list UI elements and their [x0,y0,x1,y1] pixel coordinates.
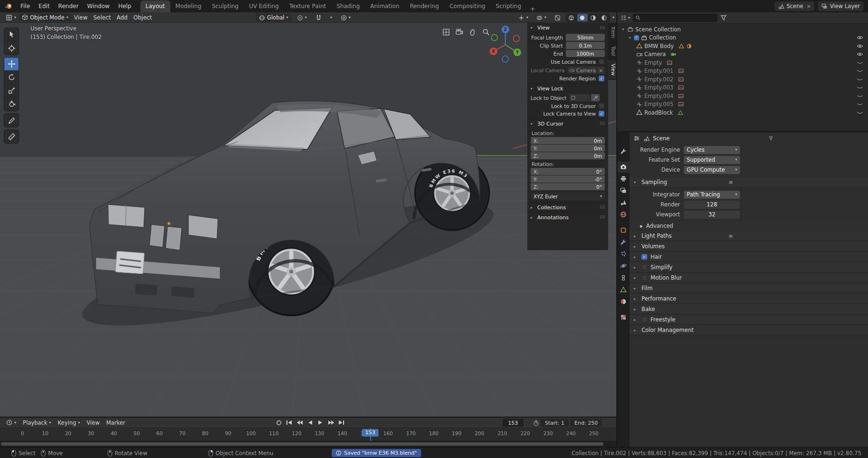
menu-select[interactable]: Select [90,12,114,23]
outliner-row-empty-003[interactable]: Empty.003 [617,84,868,92]
cursor-tool[interactable] [4,41,19,55]
axis-y-ball[interactable]: Y [513,49,521,56]
use-local-camera-checkbox[interactable] [599,59,604,65]
sampling-section-header[interactable]: ▾ Sampling ≡ [630,177,868,187]
tab-texture-properties[interactable] [617,312,630,323]
performance-section-header[interactable]: ▸ Performance [630,294,868,304]
menu-window[interactable]: Window [83,0,114,12]
xray-toggle[interactable] [552,12,563,23]
eye-closed-icon[interactable] [857,93,863,99]
tab-tool-properties[interactable] [617,146,630,157]
axis-navigation-gizmo[interactable]: Z X Y [487,24,523,66]
tab-item[interactable]: Item [608,23,616,42]
jump-to-end-button[interactable] [337,419,346,427]
tab-render-properties[interactable] [617,161,630,173]
simplify-section-header[interactable]: ▸ Simplify [630,263,868,273]
camera-view-button[interactable] [454,27,464,37]
jump-to-start-button[interactable] [285,419,294,427]
lock-camera-checkbox[interactable]: ✓ [599,111,604,117]
motion-blur-section-header[interactable]: ▸ Motion Blur [630,273,868,283]
timeline-ruler[interactable]: 0 10 20 30 40 50 60 70 80 90 100 110 120… [0,428,616,441]
menu-file[interactable]: File [16,0,34,12]
outliner-row-empty[interactable]: Empty [617,58,868,67]
render-region-checkbox[interactable]: ✓ [599,76,604,81]
tab-scene-properties[interactable] [617,197,630,208]
eye-open-icon[interactable] [857,43,863,49]
outliner-row-camera[interactable]: Camera [617,50,868,59]
render-engine-dropdown[interactable]: Cycles ▾ [684,146,740,154]
volumes-section-header[interactable]: ▸ Volumes [630,242,868,252]
tab-world-properties[interactable] [617,209,630,220]
rotation-mode-dropdown[interactable]: XYZ Euler ▾ [531,192,605,200]
rotate-tool[interactable] [4,71,19,84]
scene-collection-row[interactable]: ▾ Scene Collection [617,25,868,34]
tab-scripting[interactable]: Scripting [491,0,526,12]
eye-closed-icon[interactable] [857,60,863,66]
add-workspace-button[interactable]: + [526,5,539,12]
tab-modeling[interactable]: Modeling [170,0,207,12]
auto-keying-button[interactable] [274,419,283,427]
show-gizmos-dropdown[interactable]: ▾ [515,12,531,23]
playhead-frame-badge[interactable]: 153 [362,429,379,437]
proportional-edit-toggle[interactable]: ▾ [338,12,354,23]
search-input[interactable] [642,15,715,21]
hair-checkbox[interactable]: ✓ [641,254,647,260]
menu-render[interactable]: Render [54,0,83,12]
prev-keyframe-button[interactable] [295,419,304,427]
view-lock-section-header[interactable]: ▾ View Lock [527,83,608,93]
tab-animation[interactable]: Animation [365,0,404,12]
camera-data-badge-icon[interactable] [671,51,676,57]
motion-blur-checkbox[interactable] [641,275,647,281]
filter-funnel-icon[interactable] [720,15,727,21]
view-layer-selector[interactable]: View Layer [818,1,863,11]
shading-wireframe-button[interactable] [566,14,577,21]
play-reverse-button[interactable] [306,419,315,427]
eye-closed-icon[interactable] [857,77,863,82]
panel-grip-icon[interactable]: ⠿⠿ [600,26,605,30]
3d-cursor-section-header[interactable]: ▾ 3D Cursor ⠿⠿ [527,118,608,128]
cursor-rotation-z-field[interactable]: Z: 0° [531,183,605,190]
cursor-rotation-x-field[interactable]: X: 0° [531,168,605,175]
focal-length-field[interactable]: 50mm [566,34,605,41]
outliner-row-roadblock[interactable]: RoadBlock [617,108,868,117]
tab-rendering[interactable]: Rendering [404,0,444,12]
pan-view-button[interactable] [467,27,478,37]
eye-open-icon[interactable] [857,51,863,57]
menu-edit[interactable]: Edit [34,0,54,12]
axis-minus-x-ball[interactable] [513,36,520,42]
local-camera-field[interactable]: Camera × [568,67,605,74]
move-tool[interactable] [4,58,19,71]
pin-icon[interactable] [768,136,774,141]
color-management-section-header[interactable]: ▸ Color Management [630,325,868,335]
annotations-section-header[interactable]: ▸ Annotations ⠿⠿ [527,212,608,222]
shading-rendered-button[interactable] [599,14,610,21]
integrator-dropdown[interactable]: Path Tracing ▾ [684,191,740,199]
shading-material-button[interactable] [588,14,599,21]
menu-view[interactable]: View [71,12,90,23]
current-frame-field[interactable]: 153 [503,419,523,427]
eye-closed-icon[interactable] [857,85,863,90]
tab-compositing[interactable]: Compositing [444,0,490,12]
next-keyframe-button[interactable] [326,419,335,427]
outliner-row-bmw-body[interactable]: BMW Body [617,42,868,50]
outliner-row-empty-004[interactable]: Empty.004 [617,92,868,100]
device-dropdown[interactable]: GPU Compute ▾ [684,166,740,174]
hair-section-header[interactable]: ▸ ✓ Hair [630,252,868,262]
clear-icon[interactable]: × [599,68,603,73]
transform-orientation-dropdown[interactable]: Global ▾ [256,14,291,22]
annotate-tool[interactable] [4,114,19,127]
shading-options-dropdown[interactable]: ▾ [612,16,614,19]
light-paths-section-header[interactable]: ▸ Light Paths ≡ [630,231,868,241]
lock-3d-cursor-checkbox[interactable] [599,103,604,109]
image-badge-icon[interactable] [678,93,684,99]
collection-checkbox[interactable]: ✓ [634,35,639,40]
panel-grip-icon[interactable]: ⠿⠿ [600,205,605,210]
axis-minus-y-ball[interactable] [492,35,498,41]
image-badge-icon[interactable] [678,85,684,90]
scene-selector[interactable]: Scene × [775,1,814,11]
tab-modifier-properties[interactable] [617,236,630,248]
outliner-editor-type-button[interactable]: ▾ [621,15,630,21]
eye-closed-icon[interactable] [857,101,863,107]
freestyle-section-header[interactable]: ▸ Freestyle [630,315,868,325]
freestyle-checkbox[interactable] [641,317,647,322]
